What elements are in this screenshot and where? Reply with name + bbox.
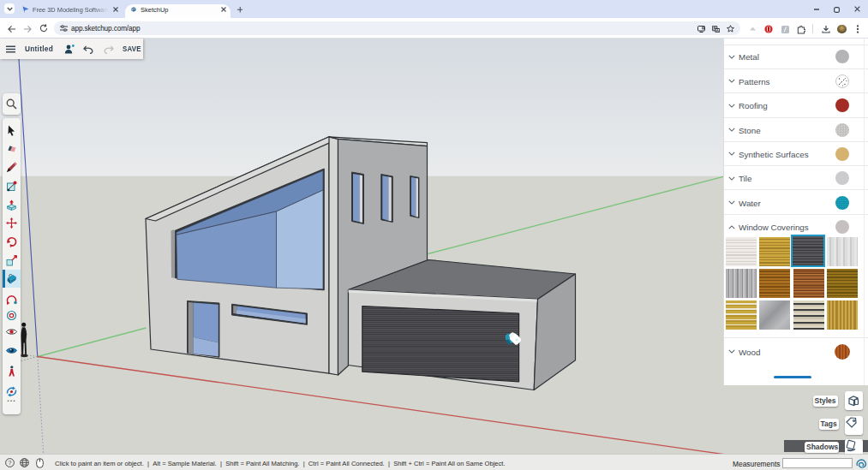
svg-text:?: ? [9, 460, 12, 466]
